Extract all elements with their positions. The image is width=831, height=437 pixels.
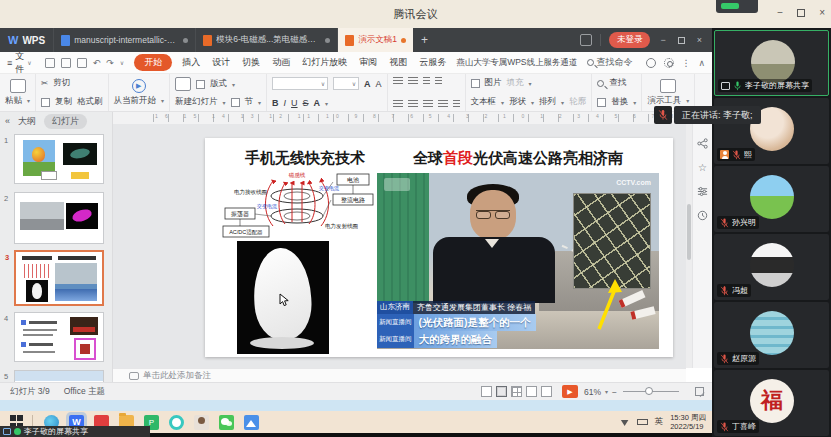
- tab-university-service[interactable]: 燕山大学专属WPS线上服务通道: [452, 57, 581, 69]
- participant-tile[interactable]: 冯超: [714, 234, 829, 300]
- slide-thumbnail-1[interactable]: 1: [14, 134, 104, 184]
- grow-font-button[interactable]: A: [364, 79, 371, 89]
- arrange-button[interactable]: 排列: [539, 96, 556, 108]
- italic-button[interactable]: I: [284, 98, 287, 108]
- minimize-icon[interactable]: −: [777, 8, 783, 18]
- tab-review[interactable]: 审阅: [353, 56, 383, 69]
- zoom-slider[interactable]: [623, 391, 679, 392]
- notes-bar[interactable]: 单击此处添加备注: [113, 368, 686, 382]
- section-button[interactable]: 节: [245, 96, 254, 108]
- login-button[interactable]: 未登录: [609, 32, 651, 48]
- font-name-select[interactable]: ∨: [272, 77, 328, 90]
- tab-animation[interactable]: 动画: [266, 56, 296, 69]
- participant-tile[interactable]: 赵原源: [714, 302, 829, 368]
- paste-button[interactable]: 粘贴▾: [5, 95, 30, 107]
- gear-icon[interactable]: [664, 58, 674, 68]
- tab-pin-icon[interactable]: [325, 38, 330, 43]
- maximize-icon[interactable]: [797, 9, 805, 17]
- slide-3-canvas[interactable]: 手机无线快充技术 全球首段光伏高速公路亮相济南: [205, 138, 673, 357]
- bullets-icon[interactable]: [393, 77, 403, 85]
- wireless-charger-image[interactable]: [237, 241, 329, 354]
- editing-canvas[interactable]: 手机无线快充技术 全球首段光伏高速公路亮相济南: [113, 124, 686, 368]
- zoom-caret-icon[interactable]: ▾: [605, 388, 608, 395]
- restore-icon[interactable]: [678, 37, 685, 44]
- minimize-icon[interactable]: −: [660, 36, 665, 45]
- slide-title-right[interactable]: 全球首段光伏高速公路亮相济南: [413, 149, 623, 168]
- font-size-select[interactable]: ∨: [333, 77, 359, 90]
- participant-tile[interactable]: 福 丁喜峰: [714, 370, 829, 436]
- fill-button[interactable]: 填充: [507, 77, 524, 89]
- wifi-icon[interactable]: [620, 418, 630, 426]
- meeting-mini-toolbar[interactable]: [716, 0, 758, 13]
- picture-button[interactable]: 图片: [485, 77, 502, 89]
- fit-slide-icon[interactable]: [695, 387, 704, 396]
- paste-icon[interactable]: [10, 79, 26, 93]
- tab-insert[interactable]: 插入: [176, 56, 206, 69]
- copy-button[interactable]: 复制: [55, 96, 72, 108]
- underline-button[interactable]: U: [291, 98, 298, 108]
- tab-view[interactable]: 视图: [383, 56, 413, 69]
- shrink-font-button[interactable]: A: [376, 79, 382, 89]
- indent-icon[interactable]: [435, 77, 442, 85]
- slide-thumbnail-3-selected[interactable]: 3: [14, 250, 104, 306]
- news-footage-image[interactable]: CCTV.com 山东济南 齐鲁交通发展集团董事长 徐春福: [377, 173, 659, 349]
- screen-share-banner[interactable]: 李子敬的屏幕共享: [0, 426, 150, 437]
- save-icon[interactable]: [45, 58, 55, 68]
- share-icon[interactable]: [697, 138, 708, 149]
- more-icon[interactable]: ⋮: [682, 58, 691, 68]
- tab-pin-icon[interactable]: [183, 38, 188, 43]
- bold-button[interactable]: B: [272, 98, 279, 108]
- justify-icon[interactable]: [438, 100, 448, 108]
- participant-tile[interactable]: 孙兴明: [714, 166, 829, 232]
- battery-icon[interactable]: [637, 419, 648, 425]
- outdent-icon[interactable]: [423, 77, 430, 85]
- tab-transitions[interactable]: 切换: [236, 56, 266, 69]
- settings-sliders-icon[interactable]: [697, 186, 708, 197]
- zoom-out-button[interactable]: −: [612, 387, 617, 397]
- align-left-icon[interactable]: [393, 100, 403, 108]
- normal-view-icon[interactable]: [496, 386, 507, 397]
- tab-slideshow[interactable]: 幻灯片放映: [296, 56, 353, 69]
- numbering-icon[interactable]: [408, 77, 418, 85]
- close-icon[interactable]: ×: [697, 36, 702, 45]
- reading-view-icon[interactable]: [526, 386, 537, 397]
- theme-name[interactable]: Office 主题: [64, 386, 105, 398]
- preview-icon[interactable]: [77, 58, 87, 68]
- tab-design[interactable]: 设计: [206, 56, 236, 69]
- close-icon[interactable]: ×: [819, 8, 825, 18]
- new-slide-button[interactable]: 新建幻灯片: [175, 96, 218, 108]
- outline-button[interactable]: 轮廓: [569, 96, 586, 108]
- tab-home[interactable]: 开始: [134, 54, 172, 71]
- notes-toggle-icon[interactable]: [481, 386, 492, 397]
- shape-button[interactable]: 形状: [509, 96, 526, 108]
- collapse-ribbon-icon[interactable]: ∧: [699, 58, 706, 68]
- presentation-tools-button[interactable]: 演示工具▾: [647, 95, 689, 107]
- input-language[interactable]: 英: [655, 416, 664, 428]
- format-painter-button[interactable]: 格式刷: [77, 96, 103, 108]
- file-menu[interactable]: ≡ 文件 ∨: [0, 50, 39, 76]
- tab-manuscript[interactable]: manuscript-intermetallic-0512: [53, 28, 195, 52]
- undo-icon[interactable]: ↶: [93, 58, 101, 68]
- replace-button[interactable]: 替换: [611, 96, 628, 108]
- tab-module6[interactable]: 模块6-电磁感...第电磁感应定律: [195, 28, 337, 52]
- handout-view-icon[interactable]: [541, 386, 552, 397]
- play-icon[interactable]: ▶: [132, 79, 146, 93]
- slide-thumbnail-4[interactable]: 4: [14, 312, 104, 362]
- taskbar-clock[interactable]: 15:30 周四 2022/5/19: [670, 413, 706, 431]
- redo-icon[interactable]: ↷: [106, 58, 114, 68]
- history-clock-icon[interactable]: [697, 210, 708, 221]
- caret-down-icon[interactable]: ∨: [120, 59, 124, 66]
- zoom-slider-knob[interactable]: [645, 387, 653, 395]
- strike-button[interactable]: S: [303, 98, 309, 108]
- wireless-charging-diagram[interactable]: 电池 整流电路 振荡器 AC/DC适配器 电力接收线圈 电力发射线圈 磁感线 交…: [221, 170, 375, 240]
- star-icon[interactable]: ☆: [698, 162, 707, 173]
- feedback-icon[interactable]: [646, 58, 656, 68]
- from-current-button[interactable]: 从当前开始▾: [114, 95, 165, 107]
- slide-sorter-icon[interactable]: [511, 386, 522, 397]
- cloud-app-icon[interactable]: [244, 415, 259, 430]
- participant-tile-sharing[interactable]: 李子敬的屏幕共享: [714, 30, 829, 96]
- align-right-icon[interactable]: [423, 100, 433, 108]
- textbox-button[interactable]: 文本框: [471, 96, 497, 108]
- find-button[interactable]: 查找: [609, 77, 626, 89]
- slide-title-left[interactable]: 手机无线快充技术: [245, 149, 365, 168]
